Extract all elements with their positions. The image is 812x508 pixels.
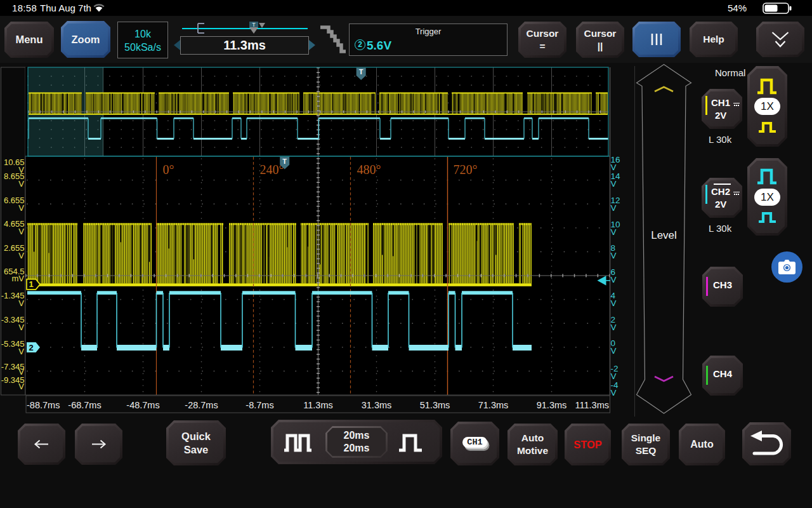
svg-text:Level: Level <box>651 229 677 241</box>
svg-text:V: V <box>611 227 617 237</box>
svg-text:V: V <box>611 388 617 398</box>
svg-text:0°: 0° <box>163 163 174 177</box>
svg-text:111.3ms: 111.3ms <box>575 400 609 410</box>
svg-text:71.3ms: 71.3ms <box>478 400 509 410</box>
svg-text:480°: 480° <box>357 163 381 177</box>
svg-text:V: V <box>18 298 24 308</box>
svg-text:mV: mV <box>12 274 25 283</box>
svg-text:V: V <box>611 371 617 381</box>
svg-text:-8.7ms: -8.7ms <box>246 400 273 410</box>
svg-text:51.3ms: 51.3ms <box>420 400 450 410</box>
svg-text:-48.7ms: -48.7ms <box>126 400 159 410</box>
svg-text:V: V <box>611 179 617 189</box>
svg-text:-28.7ms: -28.7ms <box>185 400 218 410</box>
svg-text:V: V <box>18 179 24 189</box>
svg-text:-68.7ms: -68.7ms <box>68 400 101 410</box>
svg-text:2: 2 <box>29 343 33 352</box>
svg-text:V: V <box>18 203 24 213</box>
svg-text:T: T <box>359 68 363 76</box>
svg-text:720°: 720° <box>454 163 478 177</box>
svg-text:V: V <box>18 227 24 236</box>
svg-text:31.3ms: 31.3ms <box>362 400 392 410</box>
svg-text:T: T <box>252 22 256 28</box>
svg-text:11.3ms: 11.3ms <box>303 400 332 410</box>
svg-text:-88.7ms: -88.7ms <box>27 400 60 410</box>
svg-text:V: V <box>611 323 617 332</box>
svg-text:V: V <box>18 347 24 356</box>
svg-text:1: 1 <box>29 279 33 289</box>
svg-text:T: T <box>282 157 287 165</box>
svg-text:V: V <box>18 323 24 332</box>
svg-text:V: V <box>18 251 24 260</box>
svg-text:V: V <box>611 251 617 260</box>
svg-text:V: V <box>611 203 617 213</box>
svg-text:V: V <box>611 275 617 284</box>
svg-text:91.3ms: 91.3ms <box>537 400 567 410</box>
svg-text:V: V <box>611 298 617 308</box>
svg-text:V: V <box>611 163 617 172</box>
svg-text:V: V <box>611 346 617 356</box>
svg-text:V: V <box>18 382 24 391</box>
